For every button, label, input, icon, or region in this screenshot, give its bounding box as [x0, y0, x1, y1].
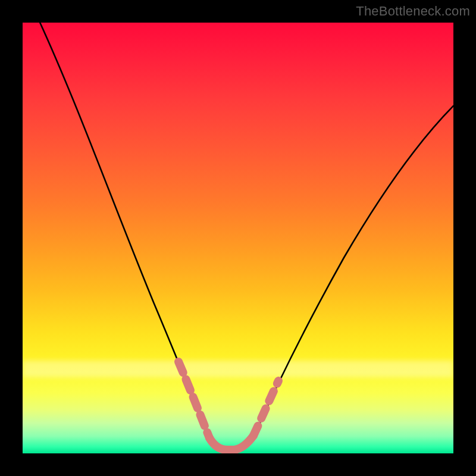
bottleneck-curve: [23, 23, 453, 453]
chart-frame: TheBottleneck.com: [0, 0, 476, 476]
attribution-text: TheBottleneck.com: [356, 4, 470, 19]
curve-main-path: [35, 23, 453, 450]
highlight-right-ascent: [253, 381, 278, 436]
plot-area: [23, 23, 453, 453]
highlight-trough: [209, 436, 253, 450]
highlight-left-descent: [178, 362, 209, 438]
